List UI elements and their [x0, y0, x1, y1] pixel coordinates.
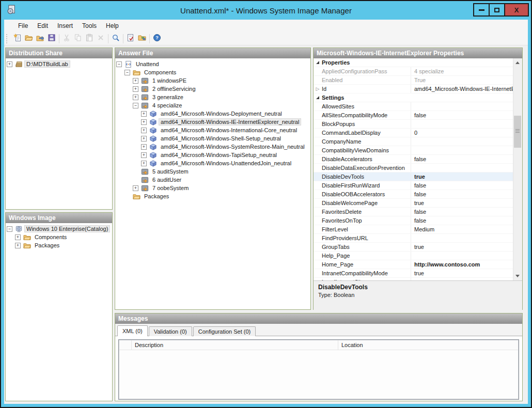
property-value[interactable]: false [411, 112, 513, 118]
property-value[interactable]: amd64_Microsoft-Windows-IE-InternetEx [411, 86, 513, 92]
expand-icon[interactable]: + [141, 136, 147, 142]
tree-item[interactable]: +3 generalize [116, 93, 309, 101]
expand-icon[interactable]: + [141, 128, 147, 133]
maximize-button[interactable] [489, 3, 505, 17]
tree-item[interactable]: +amd64_Microsoft-Windows-SystemRestore-M… [116, 143, 309, 151]
property-value[interactable]: false [411, 156, 513, 162]
scroll-up-button[interactable] [513, 58, 522, 67]
find-button[interactable] [110, 33, 121, 44]
property-row[interactable]: ▷Idamd64_Microsoft-Windows-IE-InternetEx [314, 85, 513, 93]
property-value[interactable]: 4 specialize [411, 68, 513, 74]
property-value[interactable]: Medium [411, 226, 513, 232]
new-answer-file-button[interactable] [12, 33, 23, 44]
close-button[interactable]: X [504, 3, 529, 17]
property-row[interactable]: DisableDataExecutionPrevention [314, 164, 513, 172]
property-row[interactable]: IntranetCompatibilityModetrue [314, 269, 513, 278]
open-answer-file-button[interactable] [23, 33, 35, 44]
property-row[interactable]: CompanyName [314, 137, 513, 146]
tab-xml-0[interactable]: XML (0) [117, 325, 148, 336]
tree-item[interactable]: +1 windowsPE [116, 76, 309, 85]
expand-icon[interactable]: + [141, 119, 147, 125]
toolbar-grip[interactable] [6, 34, 10, 43]
tree-item[interactable]: 5 auditSystem [116, 167, 309, 176]
property-row[interactable]: DisableWelcomePagetrue [314, 199, 513, 208]
tree-item[interactable]: +amd64_Microsoft-Windows-Shell-Setup_neu… [116, 134, 309, 143]
property-value[interactable]: 0 [411, 130, 513, 136]
column-description[interactable]: Description [132, 340, 338, 350]
save-answer-file-button[interactable] [46, 33, 57, 44]
expand-icon[interactable]: + [133, 78, 138, 84]
tree-item[interactable]: +amd64_Microsoft-Windows-IE-InternetExpl… [116, 118, 309, 126]
property-value[interactable]: true [411, 270, 513, 276]
expand-icon[interactable]: + [141, 144, 147, 150]
expand-icon[interactable]: + [133, 86, 138, 92]
property-row[interactable]: FavoritesOnTopfalse [314, 216, 513, 225]
cut-button[interactable] [61, 33, 72, 44]
menu-insert[interactable]: Insert [53, 20, 77, 32]
tree-item[interactable]: +7 oobeSystem [116, 184, 309, 192]
property-value[interactable]: false [411, 191, 513, 197]
collapse-icon[interactable]: − [133, 103, 138, 108]
expanded-triangle-icon[interactable] [314, 96, 322, 99]
paste-button[interactable] [84, 33, 95, 44]
collapsed-triangle-icon[interactable]: ▷ [314, 87, 322, 91]
help-button[interactable]: ? [151, 33, 163, 44]
collapse-icon[interactable]: − [7, 226, 12, 232]
copy-button[interactable] [72, 33, 84, 44]
menu-tools[interactable]: Tools [77, 20, 101, 32]
property-row[interactable]: BlockPopups [314, 120, 513, 129]
tab-validation-0[interactable]: Validation (0) [149, 326, 192, 336]
expand-icon[interactable]: + [141, 111, 147, 117]
tree-item[interactable]: Packages [116, 192, 309, 200]
delete-button[interactable] [95, 33, 106, 44]
property-value[interactable]: true [411, 244, 513, 250]
validate-answer-file-button[interactable] [125, 33, 136, 44]
tree-item[interactable]: +D:\MDTBuildLab [7, 60, 111, 68]
tree-item[interactable]: −Components [116, 68, 309, 76]
tree-item[interactable]: −4 specialize [116, 101, 309, 109]
collapse-icon[interactable]: − [124, 70, 130, 75]
tree-item[interactable]: −Unattend [116, 60, 309, 68]
scroll-down-button[interactable] [513, 272, 522, 280]
tree-item[interactable]: +amd64_Microsoft-Windows-International-C… [116, 126, 309, 134]
expand-icon[interactable]: + [15, 243, 21, 248]
menu-edit[interactable]: Edit [33, 20, 53, 32]
tree-item[interactable]: +amd64_Microsoft-Windows-UnattendedJoin_… [116, 159, 309, 167]
property-value[interactable]: false [411, 209, 513, 215]
property-row[interactable]: Help_Page [314, 252, 513, 260]
expand-icon[interactable]: + [133, 95, 138, 100]
property-value[interactable]: false [411, 182, 513, 189]
column-location[interactable]: Location [338, 340, 518, 350]
expanded-triangle-icon[interactable] [314, 61, 322, 64]
tree-item[interactable]: −Windows 10 Enterprise(Catalog) [7, 225, 111, 233]
tab-configuration-set-0[interactable]: Configuration Set (0) [193, 326, 256, 336]
expand-icon[interactable]: + [7, 61, 12, 67]
expand-icon[interactable]: + [141, 152, 147, 158]
tree-item[interactable]: +amd64_Microsoft-Windows-Deployment_neut… [116, 109, 309, 118]
property-row[interactable]: Home_Pagehttp://www.contoso.com [314, 260, 513, 269]
tree-item[interactable]: +Packages [7, 241, 111, 249]
property-row[interactable]: FindProvidersURL [314, 234, 513, 243]
menu-help[interactable]: Help [101, 20, 123, 32]
property-value[interactable]: True [411, 77, 513, 83]
open-windows-image-button[interactable] [35, 33, 46, 44]
property-value[interactable]: true [411, 200, 513, 206]
scroll-thumb[interactable] [514, 116, 521, 148]
scrollbar[interactable] [513, 58, 522, 280]
expand-icon[interactable]: + [133, 185, 138, 191]
property-row[interactable]: CompatibilityViewDomains [314, 146, 513, 155]
property-row[interactable]: EnabledTrue [314, 76, 513, 85]
tree-item[interactable]: 6 auditUser [116, 176, 309, 184]
property-category-row[interactable]: Settings [314, 93, 513, 102]
property-row[interactable]: FavoritesDeletefalse [314, 208, 513, 216]
menu-file[interactable]: File [13, 20, 33, 32]
property-row[interactable]: FilterLevelMedium [314, 225, 513, 234]
property-category-row[interactable]: Properties [314, 58, 513, 67]
property-row[interactable]: AppliedConfigurationPass4 specialize [314, 67, 513, 76]
minimize-button[interactable] [473, 3, 490, 17]
property-value[interactable]: http://www.contoso.com [411, 261, 513, 268]
expand-icon[interactable]: + [15, 234, 21, 240]
property-row[interactable]: CommandLabelDisplay0 [314, 129, 513, 137]
property-row[interactable]: DisableDevToolstrue [314, 172, 513, 181]
property-row[interactable]: DisableFirstRunWizardfalse [314, 181, 513, 190]
